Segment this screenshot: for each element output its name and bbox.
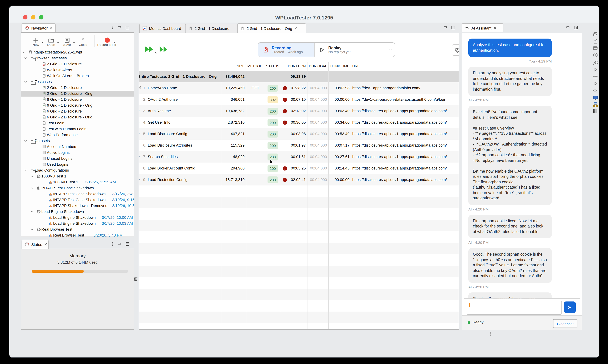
chevron-icon[interactable] <box>24 139 27 143</box>
replay-dropdown-button[interactable] <box>386 43 395 57</box>
table-row[interactable]: }5.Load Disclosure Config407,82120000:03… <box>139 128 459 140</box>
tree-item-walk-on-alerts[interactable]: Walk On Alerts <box>21 67 134 73</box>
tree-item-used-logins[interactable]: Used Logins <box>21 161 134 168</box>
chevron-icon[interactable] <box>24 57 27 60</box>
tree-item-1000vu-test-1[interactable]: 1000VU Test 1 <box>21 173 134 179</box>
send-button[interactable] <box>564 301 576 313</box>
tree-item-intapp-test-case-shakedown[interactable]: INTAPP Test Case Shakedown3/17/26, 2:49 … <box>21 191 134 197</box>
maximize-icon[interactable] <box>125 25 130 30</box>
tree-item-intapp-test-case-shakedown[interactable]: INTAPP Test Case Shakedown <box>21 185 134 191</box>
tree-item-1000vu-test-1[interactable]: 1000VU Test 13/19/26, 11:15 AM <box>21 179 134 185</box>
tree-item-real-browser-test[interactable]: Real Browser Test <box>21 226 134 232</box>
rail-sitemap-icon[interactable] <box>593 102 598 107</box>
rail-monitor-icon[interactable] <box>593 95 598 101</box>
settings-button[interactable] <box>452 44 459 56</box>
rail-play-icon[interactable] <box>593 67 598 72</box>
chevron-icon[interactable] <box>22 51 25 54</box>
chevron-icon[interactable] <box>31 175 34 178</box>
tree-item-6-grid-1-disclosure[interactable]: 6 Grid - 1 Disclosure <box>21 97 134 103</box>
tree-item-load-configurations[interactable]: Load Configurations <box>21 168 134 173</box>
table-row[interactable]: }4.Get User Info2,872,31020000:36.0500:0… <box>139 117 459 128</box>
minimize-icon[interactable] <box>443 25 448 30</box>
replay-mode-segment[interactable]: Replay No replays yet <box>314 43 386 57</box>
tree-item-intapp-test-case-shakedown[interactable]: INTAPP Test Case Shakedown3/19/26, 9:15 … <box>21 197 134 203</box>
rail-data-grid-icon[interactable] <box>593 108 598 114</box>
fast-forward-icon[interactable] <box>159 45 168 54</box>
close-icon[interactable] <box>50 26 53 29</box>
rail-alert-circle-icon[interactable] <box>593 52 598 58</box>
rail-report-icon[interactable] <box>593 39 598 44</box>
rail-card-icon[interactable] <box>593 46 598 51</box>
tab-ai-assistant[interactable]: AI Assistant <box>462 23 503 32</box>
recording-mode-segment[interactable]: Recording Created 1 week ago <box>258 43 314 57</box>
tree-item-6-grid-2-disclosure-orig[interactable]: 6 Grid - 2 Disclosure - Orig <box>21 114 134 120</box>
tree-item-real-browser-test[interactable]: Real Browser Test3/20/26, 3:43 PM <box>21 232 134 237</box>
tree-item-load-engine-shakedown[interactable]: Load Engine Shakedown3/17/26, 10:00 AM <box>21 215 134 221</box>
chevron-icon[interactable] <box>31 186 34 190</box>
table-row[interactable]: }9.Load Restriction Config13,713,3102000… <box>139 174 459 185</box>
table-row[interactable]: }7.Search Securities48,02920000:01.6100:… <box>139 151 459 163</box>
kebab-icon[interactable] <box>111 25 114 30</box>
tree-item-load-engine-shakedown[interactable]: Load Engine Shakedown <box>21 209 134 215</box>
tree-item-intapp-attestation-2026-1-wpt[interactable]: intapp-attestation-2026-1.wpt <box>21 49 134 55</box>
column-header-think-time[interactable]: THINK TIME <box>330 64 349 68</box>
caret-down-icon[interactable] <box>155 52 158 54</box>
editor-tab-3[interactable]: 2 Grid - 1 Disclosure - Orig <box>237 23 306 33</box>
table-row[interactable]: }8.Load Broker Account Config294,9602000… <box>139 163 459 174</box>
maximize-icon[interactable] <box>451 25 455 30</box>
maximize-icon[interactable] <box>574 25 578 30</box>
tab-navigator[interactable]: Navigator <box>22 23 56 32</box>
tree-item-load-engine-shakedown[interactable]: Load Engine Shakedown3/17/26, 10:03 AM <box>21 221 134 226</box>
editor-tab-2[interactable]: 2 Grid - 1 Disclosure <box>185 24 237 33</box>
chevron-icon[interactable] <box>31 228 34 231</box>
table-row[interactable]: 1.Home/App Home10,229,450GET20001:38.220… <box>139 82 459 94</box>
tree-item-testcases[interactable]: Testcases <box>21 79 134 85</box>
tree-item-account-numbers[interactable]: Account Numbers <box>21 144 134 150</box>
close-icon[interactable] <box>44 243 47 246</box>
column-header-duration[interactable]: DURATION <box>139 64 306 68</box>
tree-item-2-grid-1-disclosure[interactable]: 2 Grid - 1 Disclosure <box>21 61 134 67</box>
tree-item-6-grid-2-disclosure[interactable]: 6 Grid - 2 Disclosure <box>21 108 134 114</box>
tree-item-walk-on-alerts-broken[interactable]: Walk On ALerts - Broken <box>21 73 134 79</box>
clear-chat-button[interactable]: Clear chat <box>553 319 577 328</box>
kebab-icon[interactable] <box>111 242 114 246</box>
fast-forward-icon[interactable] <box>145 45 154 54</box>
chevron-icon[interactable] <box>31 210 34 213</box>
tree-item-datasets[interactable]: Datasets <box>21 138 134 144</box>
rail-users-icon[interactable] <box>593 60 598 65</box>
chat-input[interactable] <box>467 301 562 315</box>
tree-item-unused-logins[interactable]: Unused Logins <box>21 156 134 161</box>
grip-dots-icon[interactable] <box>593 27 598 29</box>
maximize-icon[interactable] <box>125 242 130 246</box>
tree-item-2-grid-1-disclosure[interactable]: 2 Grid - 1 Disclosure <box>21 85 134 91</box>
toolbar-button-record-http[interactable]: Record HTTP <box>97 33 118 49</box>
tree-item-test-with-dummy-login[interactable]: Test with Dummy Login <box>21 126 134 132</box>
minimize-icon[interactable] <box>118 25 122 30</box>
tree-item-2-grid-1-disclosure-orig[interactable]: 2 Grid - 1 Disclosure - Orig <box>21 91 134 97</box>
table-row[interactable]: ¬2.OAuth2 Authorize346,05130200:07.1500:… <box>139 94 459 105</box>
tree-item-browser-testcases[interactable]: Browser Testcases <box>21 55 134 61</box>
close-icon[interactable] <box>294 27 297 30</box>
table-row[interactable]: }3.Auth Resume10,436,78220002:13.0200:04… <box>139 105 459 117</box>
chevron-icon[interactable] <box>24 169 27 172</box>
tree-item-test-login[interactable]: Test Login <box>21 120 134 126</box>
rail-restore-icon[interactable] <box>593 32 598 37</box>
rail-search-icon[interactable] <box>593 88 598 93</box>
trash-icon[interactable] <box>133 276 138 281</box>
minimize-icon[interactable] <box>566 25 570 30</box>
tree-item-active-logins[interactable]: Active Logins <box>21 150 134 156</box>
chevron-icon[interactable] <box>24 80 27 83</box>
close-icon[interactable] <box>493 26 497 29</box>
rail-play-icon[interactable] <box>593 81 598 86</box>
tab-status[interactable]: Status <box>22 240 49 249</box>
table-row[interactable]: }6.Load Disclosure Attributes115,3292000… <box>139 140 459 151</box>
tree-item-web-performance[interactable]: Web Performance <box>21 132 134 138</box>
tree-item-6-grid-1-disclosure-orig[interactable]: 6 Grid - 1 Disclosure - Orig <box>21 103 134 108</box>
column-header-dur-goal[interactable]: DUR GOAL <box>309 64 327 68</box>
minimize-icon[interactable] <box>118 242 122 246</box>
column-header-url[interactable]: URL <box>352 64 359 68</box>
tree-item-intapp-shakedown-removed[interactable]: INTAPP Shakedown - Removed3/19/26, 10:32… <box>21 203 134 209</box>
editor-tab-1[interactable]: Metrics Dashboard <box>139 24 185 33</box>
rail-list-icon[interactable] <box>593 74 598 79</box>
editor-tab-label: 2 Grid - 1 Disclosure - Orig <box>247 26 292 30</box>
